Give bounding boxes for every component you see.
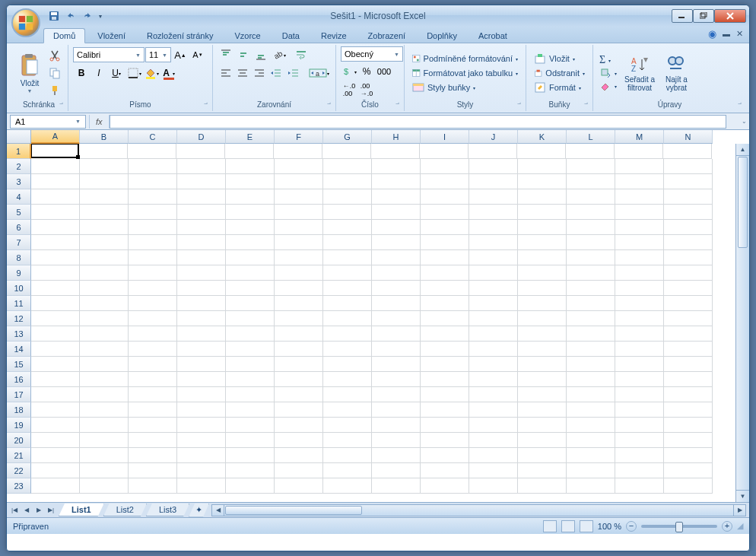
cell-I5[interactable] bbox=[421, 205, 469, 220]
cell-K7[interactable] bbox=[518, 235, 567, 250]
cell-J10[interactable] bbox=[469, 281, 518, 296]
cell-C11[interactable] bbox=[129, 296, 177, 311]
cell-A8[interactable] bbox=[31, 250, 80, 265]
fill-button[interactable]: ▾ bbox=[598, 67, 618, 79]
cell-H14[interactable] bbox=[372, 342, 421, 357]
cell-E22[interactable] bbox=[226, 463, 275, 478]
comma-button[interactable]: 000 bbox=[376, 63, 392, 80]
cell-D6[interactable] bbox=[177, 220, 226, 235]
name-box[interactable]: A1▼ bbox=[10, 115, 86, 129]
cells-area[interactable] bbox=[31, 144, 735, 502]
row-header-13[interactable]: 13 bbox=[7, 326, 31, 342]
cell-G6[interactable] bbox=[323, 220, 372, 235]
cell-J4[interactable] bbox=[469, 189, 518, 205]
new-sheet-button[interactable]: ✦ bbox=[189, 504, 209, 517]
format-painter-button[interactable] bbox=[46, 82, 63, 99]
cell-J8[interactable] bbox=[469, 250, 518, 265]
cell-B8[interactable] bbox=[80, 250, 129, 265]
cell-F2[interactable] bbox=[275, 159, 323, 174]
cell-D19[interactable] bbox=[177, 418, 226, 433]
cell-C6[interactable] bbox=[129, 220, 177, 235]
cell-I22[interactable] bbox=[421, 463, 469, 478]
cell-N17[interactable] bbox=[664, 387, 713, 402]
cell-H13[interactable] bbox=[372, 326, 421, 342]
cell-C9[interactable] bbox=[129, 265, 177, 281]
cell-M13[interactable] bbox=[615, 326, 664, 342]
italic-button[interactable]: I bbox=[91, 65, 107, 81]
office-button[interactable] bbox=[11, 8, 40, 37]
cell-styles-button[interactable]: Styly buňky▾ bbox=[409, 81, 521, 94]
cell-M2[interactable] bbox=[615, 159, 664, 174]
cell-D8[interactable] bbox=[177, 250, 226, 265]
cell-E21[interactable] bbox=[226, 448, 275, 463]
cell-M14[interactable] bbox=[615, 342, 664, 357]
cell-M23[interactable] bbox=[615, 478, 664, 494]
cell-K23[interactable] bbox=[518, 478, 567, 494]
cell-I14[interactable] bbox=[421, 342, 469, 357]
cell-E2[interactable] bbox=[226, 159, 275, 174]
cell-H19[interactable] bbox=[372, 418, 421, 433]
cell-L11[interactable] bbox=[567, 296, 615, 311]
cell-I6[interactable] bbox=[421, 220, 469, 235]
cell-A2[interactable] bbox=[31, 159, 80, 174]
wrap-text-button[interactable] bbox=[293, 46, 310, 63]
cell-G18[interactable] bbox=[323, 402, 372, 418]
cell-K16[interactable] bbox=[518, 372, 567, 387]
cell-N8[interactable] bbox=[664, 250, 713, 265]
cell-K14[interactable] bbox=[518, 342, 567, 357]
cell-G4[interactable] bbox=[323, 189, 372, 205]
shrink-font-button[interactable]: A▼ bbox=[189, 46, 206, 63]
cell-K15[interactable] bbox=[518, 357, 567, 372]
cell-B4[interactable] bbox=[80, 189, 129, 205]
cell-J15[interactable] bbox=[469, 357, 518, 372]
cell-G10[interactable] bbox=[323, 281, 372, 296]
cell-L3[interactable] bbox=[567, 174, 615, 189]
row-header-15[interactable]: 15 bbox=[7, 357, 31, 372]
cell-D1[interactable] bbox=[176, 144, 225, 159]
cell-A7[interactable] bbox=[31, 235, 80, 250]
cell-B6[interactable] bbox=[80, 220, 129, 235]
cell-J13[interactable] bbox=[469, 326, 518, 342]
cell-G23[interactable] bbox=[323, 478, 372, 494]
cell-C5[interactable] bbox=[129, 205, 177, 220]
row-header-23[interactable]: 23 bbox=[7, 478, 31, 494]
cell-M7[interactable] bbox=[615, 235, 664, 250]
cell-C13[interactable] bbox=[129, 326, 177, 342]
zoom-out-button[interactable]: − bbox=[626, 521, 637, 532]
cell-E12[interactable] bbox=[226, 311, 275, 326]
cell-F9[interactable] bbox=[275, 265, 323, 281]
row-header-5[interactable]: 5 bbox=[7, 205, 31, 220]
cell-I18[interactable] bbox=[421, 402, 469, 418]
horizontal-scrollbar[interactable]: ◀ ▶ bbox=[211, 504, 746, 516]
cell-I8[interactable] bbox=[421, 250, 469, 265]
column-header-L[interactable]: L bbox=[567, 130, 615, 144]
autosum-button[interactable]: Σ▾ bbox=[598, 54, 618, 66]
cell-E6[interactable] bbox=[226, 220, 275, 235]
align-right-button[interactable] bbox=[252, 65, 268, 81]
cell-N6[interactable] bbox=[664, 220, 713, 235]
cell-N3[interactable] bbox=[664, 174, 713, 189]
cell-K9[interactable] bbox=[518, 265, 567, 281]
cell-G14[interactable] bbox=[323, 342, 372, 357]
cell-I7[interactable] bbox=[421, 235, 469, 250]
cell-J5[interactable] bbox=[469, 205, 518, 220]
cell-A20[interactable] bbox=[31, 433, 80, 448]
row-header-14[interactable]: 14 bbox=[7, 342, 31, 357]
cell-D10[interactable] bbox=[177, 281, 226, 296]
merge-center-button[interactable]: a▾ bbox=[307, 65, 331, 81]
cell-K11[interactable] bbox=[518, 296, 567, 311]
cell-N21[interactable] bbox=[664, 448, 713, 463]
cell-G2[interactable] bbox=[323, 159, 372, 174]
cell-M12[interactable] bbox=[615, 311, 664, 326]
font-color-button[interactable]: A▾ bbox=[160, 65, 177, 81]
cell-F1[interactable] bbox=[274, 144, 322, 159]
cell-B13[interactable] bbox=[80, 326, 129, 342]
cell-D3[interactable] bbox=[177, 174, 226, 189]
cell-I10[interactable] bbox=[421, 281, 469, 296]
cell-A19[interactable] bbox=[31, 418, 80, 433]
cell-C20[interactable] bbox=[129, 433, 177, 448]
cell-F15[interactable] bbox=[275, 357, 323, 372]
sheet-tab-3[interactable]: List3 bbox=[146, 504, 189, 516]
cell-A22[interactable] bbox=[31, 463, 80, 478]
cell-E9[interactable] bbox=[226, 265, 275, 281]
